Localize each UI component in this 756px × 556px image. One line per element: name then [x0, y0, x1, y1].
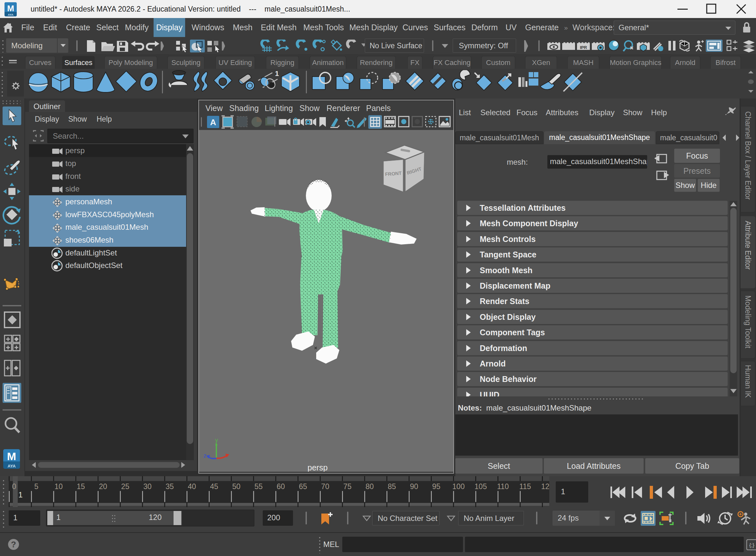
svg-text:95: 95 — [432, 482, 440, 491]
svg-text:35: 35 — [165, 482, 174, 491]
svg-text:z: z — [203, 452, 206, 459]
svg-text:persp: persp — [307, 463, 328, 472]
svg-text:{;}: {;} — [749, 542, 754, 548]
svg-text:60: 60 — [276, 482, 285, 491]
svg-text:M: M — [7, 4, 14, 13]
svg-text:110: 110 — [497, 482, 509, 491]
svg-text:M: M — [7, 450, 16, 462]
svg-text:AYA: AYA — [8, 13, 13, 16]
svg-text:30: 30 — [143, 482, 152, 491]
svg-text:A: A — [210, 117, 217, 127]
svg-text:IPR: IPR — [580, 45, 587, 50]
svg-text:65: 65 — [299, 482, 307, 491]
svg-text:25: 25 — [121, 482, 129, 491]
svg-text:115: 115 — [519, 482, 531, 491]
svg-text:90: 90 — [410, 482, 418, 491]
svg-text:45: 45 — [210, 482, 218, 491]
svg-text:50: 50 — [232, 482, 240, 491]
svg-text:0: 0 — [12, 482, 17, 491]
svg-text:40: 40 — [188, 482, 196, 491]
svg-text:AYA: AYA — [7, 464, 16, 468]
svg-text:120: 120 — [541, 482, 549, 491]
svg-text:?: ? — [11, 540, 16, 549]
svg-text:85: 85 — [388, 482, 396, 491]
svg-text:55: 55 — [254, 482, 263, 491]
svg-text:100: 100 — [452, 482, 465, 491]
svg-text:FRONT: FRONT — [385, 170, 402, 177]
svg-text:70: 70 — [321, 482, 329, 491]
svg-text:15: 15 — [77, 482, 85, 491]
svg-text:75: 75 — [343, 482, 352, 491]
svg-text:10: 10 — [55, 482, 63, 491]
svg-text:80: 80 — [365, 482, 374, 491]
svg-text:20: 20 — [99, 482, 107, 491]
svg-text:1: 1 — [275, 70, 279, 77]
svg-text:y: y — [215, 437, 218, 443]
svg-text:105: 105 — [474, 482, 487, 491]
svg-text:5: 5 — [34, 482, 39, 491]
